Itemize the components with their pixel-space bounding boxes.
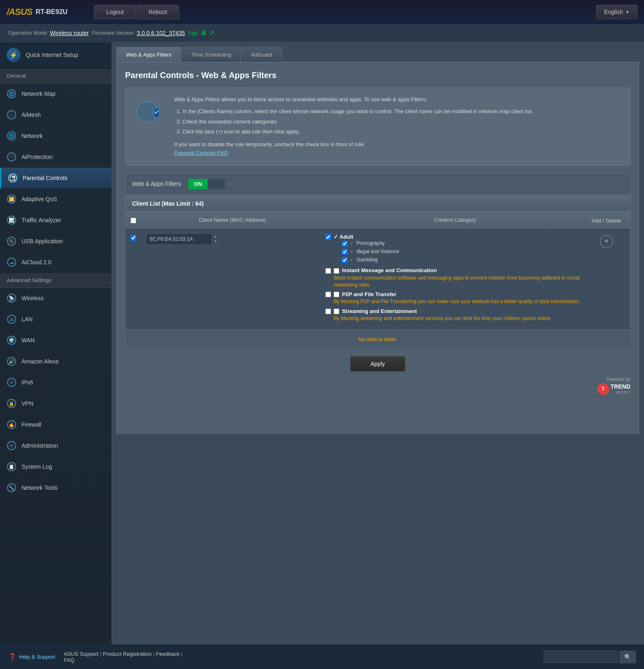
sidebar-item-wireless[interactable]: 📡 Wireless <box>0 288 111 309</box>
toggle-switch[interactable]: ON <box>188 178 226 190</box>
streaming-checkbox[interactable] <box>325 308 331 314</box>
row-action-col: + <box>588 233 625 248</box>
content-area: Web & Apps Filters Time Scheduling AdGua… <box>111 42 644 644</box>
mac-address-input[interactable] <box>146 233 212 245</box>
sidebar-item-label: Wireless <box>21 295 44 301</box>
sidebar-item-traffic-analyzer[interactable]: 📊 Traffic Analyzer <box>0 210 111 231</box>
trend-micro-icon: T <box>597 383 609 395</box>
top-nav-buttons: Logout Reboot <box>94 5 179 19</box>
category-p2p: P2P and File Transfer By blocking P2P an… <box>325 291 585 305</box>
footer-search-input[interactable] <box>544 651 618 663</box>
network-icon: 🌐 <box>7 131 17 141</box>
reboot-button[interactable]: Reboot <box>137 5 179 19</box>
footer-links: ASUS Support | Product Registration | Fe… <box>64 651 182 663</box>
trend-micro-sub: MICRO <box>611 390 630 394</box>
footer-search-button[interactable]: 🔍 <box>620 651 636 663</box>
mac-spinner[interactable]: ▲ ▼ <box>212 234 219 244</box>
step-3: Click the plus (+) icon to add rule then… <box>182 128 533 136</box>
monitor-icon: 🖥 <box>200 29 207 37</box>
tab-adguard[interactable]: AdGuard <box>242 47 282 62</box>
language-button[interactable]: English ▼ <box>596 5 637 19</box>
sidebar-item-label: Network Tools <box>21 484 58 491</box>
note-text: If you want to disable the rule temporar… <box>174 141 365 147</box>
help-label: Help & Support <box>19 654 55 660</box>
help-support-link[interactable]: ❓ Help & Support <box>8 653 55 661</box>
sidebar-item-lan[interactable]: 🖧 LAN <box>0 309 111 330</box>
sidebar-item-vpn[interactable]: 🔒 VPN <box>0 393 111 414</box>
adult-checkbox[interactable] <box>325 234 331 240</box>
firmware-version[interactable]: 3.0.0.6.102_37435 <box>137 30 185 36</box>
faq-link[interactable]: Parental Controls FAQ <box>174 150 228 156</box>
sidebar-item-label: System Log <box>21 463 52 470</box>
app-label: App <box>188 30 198 36</box>
asus-support-link[interactable]: ASUS Support <box>64 651 99 657</box>
operation-mode-label: Operation Mode: <box>8 30 48 36</box>
sidebar-item-network-tools[interactable]: 🔧 Network Tools <box>0 477 111 498</box>
sidebar-item-parental-controls[interactable]: 👨‍👧 Parental Controls <box>0 168 111 189</box>
sidebar-item-label: Firewall <box>21 421 41 428</box>
sidebar-item-label: AiProtection <box>21 154 52 160</box>
mac-input-wrap: ▲ ▼ <box>146 233 319 245</box>
logout-button[interactable]: Logout <box>94 5 136 19</box>
sidebar-item-usb-application[interactable]: 🔌 USB Application <box>0 231 111 252</box>
product-registration-link[interactable]: Product Registration <box>103 651 152 657</box>
p2p-label: P2P and File Transfer <box>342 291 396 297</box>
table-header-action: Add / Delete <box>588 216 625 224</box>
spinner-down[interactable]: ▼ <box>214 239 217 244</box>
network-map-icon: 🌐 <box>7 89 17 99</box>
illegal-violence-checkbox[interactable] <box>342 249 348 255</box>
p2p-desc: By blocking P2P and File Transferring yo… <box>334 298 580 305</box>
operation-mode-value[interactable]: Wireless router <box>50 30 89 36</box>
sidebar-item-label: Administration <box>21 442 58 449</box>
description-box: Web & Apps Filters allows you to block a… <box>125 88 630 166</box>
sidebar-item-network[interactable]: 🌐 Network <box>0 126 111 147</box>
footer: ❓ Help & Support ASUS Support | Product … <box>0 644 644 669</box>
add-rule-button[interactable]: + <box>600 235 613 248</box>
pornography-checkbox[interactable] <box>342 241 348 247</box>
sidebar-item-ipv6[interactable]: ⑥ IPv6 <box>0 372 111 393</box>
quick-internet-setup[interactable]: ⚡ Quick Internet Setup <box>0 42 111 69</box>
sidebar-item-aiprotection[interactable]: 🛡 AiProtection <box>0 147 111 168</box>
tab-time-scheduling[interactable]: Time Scheduling <box>182 47 240 62</box>
sidebar-item-administration[interactable]: ⚙ Administration <box>0 435 111 456</box>
parental-controls-icon: 👨‍👧 <box>8 173 18 183</box>
tab-bar: Web & Apps Filters Time Scheduling AdGua… <box>116 47 639 62</box>
streaming-sub-checkbox[interactable] <box>334 308 339 314</box>
help-icon: ❓ <box>8 653 17 661</box>
sidebar-item-label: VPN <box>21 400 33 407</box>
amazon-alexa-icon: 🔊 <box>7 356 17 366</box>
sidebar-item-network-map[interactable]: 🌐 Network Map <box>0 83 111 104</box>
row-client-col: ▲ ▼ <box>146 233 319 245</box>
sidebar-item-firewall[interactable]: 🔥 Firewall <box>0 414 111 435</box>
spinner-up[interactable]: ▲ <box>214 234 217 239</box>
p2p-checkbox[interactable] <box>325 292 331 297</box>
sidebar-item-label: Amazon Alexa <box>21 358 59 365</box>
row-checkbox[interactable] <box>130 235 136 241</box>
sub-gambling: ✓ Gambling <box>342 256 399 263</box>
instant-message-sub-checkbox[interactable] <box>334 268 339 274</box>
toggle-off-label <box>208 179 225 189</box>
trend-micro-name: TREND <box>611 384 630 390</box>
select-all-checkbox[interactable] <box>130 218 136 223</box>
sidebar-item-wan[interactable]: 🌍 WAN <box>0 330 111 351</box>
sidebar-item-aimesh[interactable]: ⬡ AiMesh <box>0 104 111 126</box>
language-label: English <box>604 9 623 15</box>
pornography-label: Pornography <box>356 240 385 246</box>
quick-setup-icon: ⚡ <box>7 48 21 62</box>
tab-web-apps[interactable]: Web & Apps Filters <box>116 47 181 62</box>
p2p-sub-checkbox[interactable] <box>334 292 339 297</box>
sidebar-item-system-log[interactable]: 📋 System Log <box>0 456 111 477</box>
row-category-col: ✓ Adult ✓ Pornography ✓ <box>322 233 585 325</box>
powered-by-area: Powered by T TREND MICRO <box>125 372 630 400</box>
sidebar-item-aicloud[interactable]: ☁ AiCloud 2.0 <box>0 252 111 273</box>
step-1: In the [Clients Name] column, select the… <box>182 107 533 116</box>
faq-footer-link[interactable]: FAQ <box>64 657 74 663</box>
sidebar-item-adaptive-qos[interactable]: 📶 Adaptive QoS <box>0 189 111 210</box>
sidebar-item-amazon-alexa[interactable]: 🔊 Amazon Alexa <box>0 351 111 372</box>
feedback-link[interactable]: Feedback <box>156 651 180 657</box>
instant-message-checkbox[interactable] <box>325 268 331 274</box>
sidebar: ⚡ Quick Internet Setup General 🌐 Network… <box>0 42 111 644</box>
gambling-checkbox[interactable] <box>342 257 348 263</box>
apply-button[interactable]: Apply <box>350 356 405 372</box>
wireless-icon: 📡 <box>7 293 17 303</box>
